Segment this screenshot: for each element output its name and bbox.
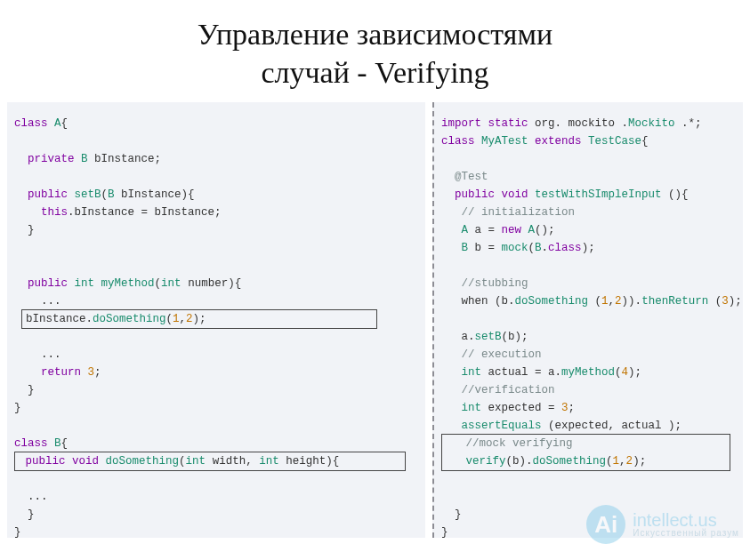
t: 2 bbox=[615, 295, 622, 308]
t: org. mockito . bbox=[535, 117, 628, 130]
t: } bbox=[455, 508, 462, 521]
t: } bbox=[14, 526, 21, 538]
t: ( bbox=[708, 295, 722, 308]
t: .bInstance = bInstance; bbox=[68, 206, 222, 219]
t: } bbox=[28, 224, 35, 236]
t: (expected, actual ); bbox=[542, 420, 682, 432]
t: class bbox=[14, 117, 48, 130]
t bbox=[475, 135, 482, 148]
t: 3 bbox=[88, 366, 95, 379]
t: ( bbox=[155, 277, 162, 290]
highlight-box-verify: //mock verifying verify(b).doSomething(1… bbox=[441, 434, 730, 471]
t: //mock verifying bbox=[466, 437, 573, 450]
t: //verification bbox=[462, 384, 555, 396]
t: bInstance){ bbox=[115, 188, 195, 201]
t bbox=[94, 277, 101, 290]
t: public bbox=[455, 188, 495, 201]
t: { bbox=[61, 117, 69, 130]
title-line-2: случай - Verifying bbox=[261, 56, 488, 89]
t: doSomething bbox=[533, 455, 607, 468]
t: when (b. bbox=[462, 295, 515, 308]
t: number){ bbox=[181, 277, 242, 290]
t: public bbox=[28, 277, 68, 290]
t: )). bbox=[622, 295, 642, 308]
t: @Test bbox=[455, 171, 488, 183]
t: ( bbox=[528, 242, 536, 254]
t: 1 bbox=[613, 455, 620, 468]
t: myMethod bbox=[561, 366, 615, 379]
t: doSomething bbox=[515, 295, 589, 308]
t: int bbox=[462, 366, 482, 379]
t: new bbox=[502, 224, 522, 236]
t: thenReturn bbox=[641, 295, 708, 308]
t bbox=[528, 188, 536, 201]
left-code-pane: class A{ private B bInstance; public set… bbox=[7, 102, 425, 538]
t bbox=[81, 366, 88, 379]
t: static bbox=[488, 117, 528, 130]
t: a = bbox=[468, 224, 502, 236]
t: // execution bbox=[462, 348, 542, 361]
t: .*; bbox=[675, 117, 702, 130]
t: b = bbox=[468, 242, 502, 254]
t: ... bbox=[41, 295, 61, 308]
t: int bbox=[75, 277, 95, 290]
t bbox=[48, 437, 55, 450]
t: public bbox=[28, 188, 68, 201]
t: class bbox=[441, 135, 475, 148]
title-line-1: Управление зависимостями bbox=[198, 18, 552, 51]
t: import bbox=[441, 117, 481, 130]
t: assertEquals bbox=[462, 420, 542, 432]
t: int bbox=[161, 277, 181, 290]
t: // initialization bbox=[462, 206, 576, 219]
t bbox=[521, 224, 528, 236]
t: setB bbox=[475, 331, 502, 343]
t: B bbox=[462, 242, 469, 254]
t: 1 bbox=[601, 295, 609, 308]
t: B bbox=[81, 153, 88, 165]
t: ( bbox=[101, 188, 109, 201]
t bbox=[481, 117, 488, 130]
t: //stubbing bbox=[462, 277, 528, 290]
t: B bbox=[54, 437, 61, 450]
t: doSomething bbox=[106, 455, 180, 468]
t: ... bbox=[41, 348, 61, 361]
t: int bbox=[186, 455, 206, 468]
t: extends bbox=[535, 135, 582, 148]
t: } bbox=[28, 384, 35, 396]
t: 1 bbox=[173, 313, 180, 325]
t: doSomething bbox=[93, 313, 166, 325]
t: } bbox=[14, 402, 21, 414]
t: public bbox=[26, 455, 66, 468]
t: ); bbox=[628, 366, 641, 379]
t: A bbox=[528, 224, 536, 236]
t: ( bbox=[179, 455, 186, 468]
t: ( bbox=[606, 455, 613, 468]
t: (b); bbox=[502, 331, 528, 343]
t: expected = bbox=[481, 402, 561, 414]
t bbox=[66, 455, 73, 468]
t: this bbox=[41, 206, 68, 219]
t bbox=[68, 277, 75, 290]
t: class bbox=[14, 437, 48, 450]
t: TestCase bbox=[588, 135, 641, 148]
t: , bbox=[619, 455, 626, 468]
t: int bbox=[462, 402, 482, 414]
t: testWithSImpleInput bbox=[535, 188, 662, 201]
t: void bbox=[72, 455, 99, 468]
t: ); bbox=[729, 295, 742, 308]
t: ( bbox=[615, 366, 622, 379]
t: ); bbox=[582, 242, 595, 254]
t: bInstance; bbox=[88, 153, 162, 165]
page-title: Управление зависимостями случай - Verify… bbox=[0, 0, 750, 92]
t: return bbox=[41, 366, 81, 379]
t: myMethod bbox=[101, 277, 155, 290]
t bbox=[528, 135, 536, 148]
t: 4 bbox=[622, 366, 629, 379]
t: actual = a. bbox=[481, 366, 561, 379]
t: 3 bbox=[722, 295, 729, 308]
t: A bbox=[462, 224, 469, 236]
t: ; bbox=[94, 366, 101, 379]
t bbox=[99, 455, 106, 468]
t: mock bbox=[502, 242, 528, 254]
t: (){ bbox=[662, 188, 689, 201]
